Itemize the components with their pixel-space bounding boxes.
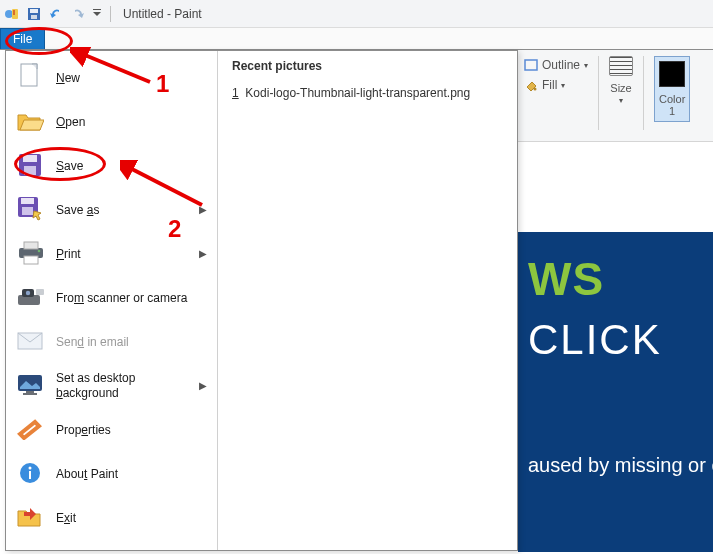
- svg-rect-15: [22, 207, 33, 215]
- svg-point-19: [38, 250, 41, 253]
- ribbon-divider: [643, 56, 644, 130]
- file-new[interactable]: New: [6, 55, 217, 99]
- separator: [110, 6, 111, 22]
- recent-picture-item[interactable]: 1 Kodi-logo-Thumbnail-light-transparent.…: [232, 83, 503, 103]
- file-new-label: New: [56, 70, 80, 85]
- svg-rect-23: [36, 289, 44, 295]
- file-exit-label: Exit: [56, 510, 76, 525]
- file-menu: New Open Save Save as ▶ Print ▶ From sca…: [5, 50, 518, 551]
- open-icon: [16, 107, 44, 135]
- file-properties-label: Properties: [56, 422, 111, 437]
- exit-icon: [16, 503, 44, 531]
- fill-dropdown[interactable]: Fill ▾: [524, 76, 565, 94]
- color1-swatch[interactable]: Color 1: [654, 56, 690, 122]
- scanner-icon: [16, 283, 44, 311]
- recent-pictures-header: Recent pictures: [232, 59, 503, 73]
- file-about[interactable]: About Paint: [6, 451, 217, 495]
- svg-point-0: [5, 10, 13, 18]
- save-as-icon: [16, 195, 44, 223]
- file-properties[interactable]: Properties: [6, 407, 217, 451]
- canvas-area: WS CLICK aused by missing or c: [518, 142, 713, 554]
- save-icon: [16, 151, 44, 179]
- file-about-label: About Paint: [56, 466, 118, 481]
- ribbon-shape-options: Outline ▾ Fill ▾: [524, 56, 588, 94]
- file-exit[interactable]: Exit: [6, 495, 217, 539]
- svg-rect-2: [13, 10, 15, 15]
- file-print[interactable]: Print ▶: [6, 231, 217, 275]
- svg-point-30: [29, 467, 32, 470]
- file-send-email-label: Send in email: [56, 334, 129, 349]
- svg-rect-29: [29, 471, 31, 479]
- file-from-scanner-label: From scanner or camera: [56, 290, 187, 305]
- svg-rect-26: [26, 391, 34, 393]
- ribbon-fragment: Outline ▾ Fill ▾ Size ▾ Color 1: [518, 50, 713, 142]
- svg-rect-7: [525, 60, 537, 70]
- qat-redo-icon[interactable]: [70, 6, 86, 22]
- file-print-label: Print: [56, 246, 81, 261]
- ad-text-3: aused by missing or c: [528, 454, 703, 477]
- svg-rect-12: [24, 166, 36, 175]
- submenu-arrow-icon: ▶: [199, 380, 207, 391]
- new-icon: [16, 63, 44, 91]
- file-save-as-label: Save as: [56, 202, 99, 217]
- svg-rect-6: [93, 9, 101, 10]
- svg-rect-5: [31, 15, 37, 19]
- svg-rect-27: [23, 393, 37, 395]
- size-dropdown[interactable]: Size ▾: [609, 56, 633, 105]
- svg-point-8: [534, 88, 537, 91]
- svg-rect-9: [21, 64, 37, 86]
- outline-label: Outline: [542, 58, 580, 72]
- file-save-as[interactable]: Save as ▶: [6, 187, 217, 231]
- outline-dropdown[interactable]: Outline ▾: [524, 56, 588, 74]
- app-icon: [4, 6, 20, 22]
- file-open-label: Open: [56, 114, 85, 129]
- desktop-bg-icon: [16, 371, 44, 399]
- svg-rect-17: [24, 242, 38, 249]
- file-save[interactable]: Save: [6, 143, 217, 187]
- tab-file[interactable]: File: [0, 28, 45, 49]
- file-set-background-label: Set as desktop background: [56, 370, 187, 400]
- color1-label: Color 1: [659, 93, 685, 117]
- ad-banner: WS CLICK aused by missing or c: [518, 232, 713, 552]
- ribbon-divider: [598, 56, 599, 130]
- submenu-arrow-icon: ▶: [199, 248, 207, 259]
- submenu-arrow-icon: ▶: [199, 204, 207, 215]
- svg-rect-14: [21, 198, 34, 204]
- ad-text-1: WS: [528, 252, 703, 306]
- svg-rect-11: [23, 155, 37, 162]
- email-icon: [16, 327, 44, 355]
- size-label: Size: [610, 82, 631, 94]
- properties-icon: [16, 415, 44, 443]
- about-icon: [16, 459, 44, 487]
- window-title: Untitled - Paint: [123, 7, 202, 21]
- svg-rect-4: [30, 9, 38, 13]
- file-open[interactable]: Open: [6, 99, 217, 143]
- file-set-background[interactable]: Set as desktop background ▶: [6, 363, 217, 407]
- ad-text-2: CLICK: [528, 316, 703, 364]
- svg-rect-18: [24, 256, 38, 264]
- qat-save-icon[interactable]: [26, 6, 42, 22]
- file-menu-list: New Open Save Save as ▶ Print ▶ From sca…: [6, 51, 218, 550]
- title-bar: Untitled - Paint: [0, 0, 713, 28]
- file-send-email: Send in email: [6, 319, 217, 363]
- qat-undo-icon[interactable]: [48, 6, 64, 22]
- recent-pictures-panel: Recent pictures 1 Kodi-logo-Thumbnail-li…: [218, 51, 517, 550]
- svg-point-22: [26, 291, 30, 295]
- file-from-scanner[interactable]: From scanner or camera: [6, 275, 217, 319]
- print-icon: [16, 239, 44, 267]
- tab-strip: File: [0, 28, 713, 50]
- file-save-label: Save: [56, 158, 83, 173]
- qat-customize-icon[interactable]: [92, 6, 102, 22]
- fill-label: Fill: [542, 78, 557, 92]
